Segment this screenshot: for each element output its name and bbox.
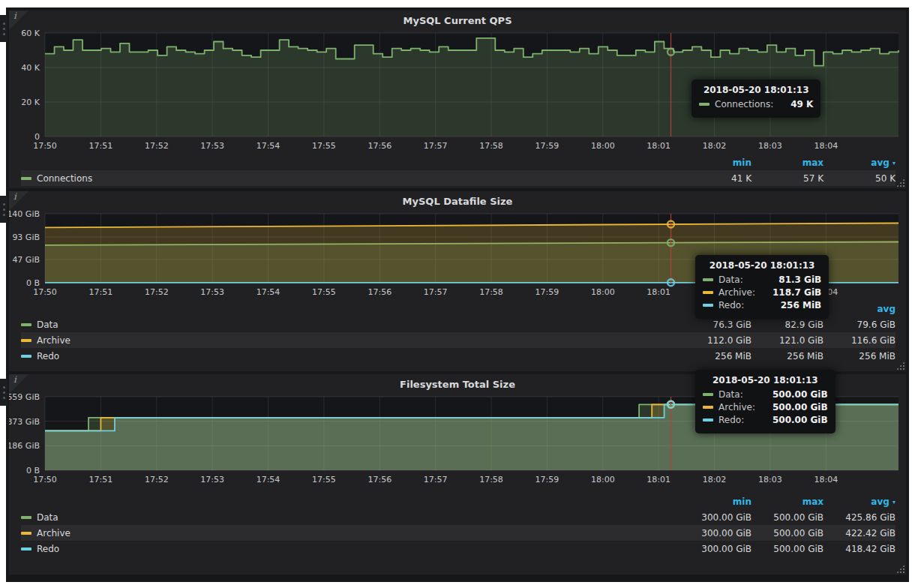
svg-text:17:56: 17:56 — [368, 287, 392, 297]
svg-text:18:03: 18:03 — [758, 141, 782, 151]
svg-text:17:57: 17:57 — [424, 475, 448, 484]
legend-sort-min[interactable]: min — [680, 304, 752, 314]
svg-text:17:56: 17:56 — [368, 141, 392, 151]
svg-text:559 GiB: 559 GiB — [9, 392, 40, 402]
panel-mysql-datafile-size: MySQL Datafile Size 0 B47 GiB93 GiB140 G… — [9, 191, 906, 371]
panel-title-filesystem[interactable]: Filesystem Total Size — [9, 374, 906, 392]
legend-stat-value: 79.6 GiB — [824, 320, 896, 330]
svg-text:17:51: 17:51 — [89, 141, 113, 151]
legend-sort-avg[interactable]: avg ▾ — [824, 496, 896, 507]
legend-stat-value: 500.00 GiB — [752, 528, 824, 538]
svg-text:17:58: 17:58 — [479, 141, 503, 151]
legend-sort-min[interactable]: min — [680, 158, 752, 168]
filesystem-legend: minmaxavg ▾Data300.00 GiB500.00 GiB425.8… — [9, 494, 906, 556]
svg-text:17:51: 17:51 — [89, 475, 113, 484]
svg-text:60 K: 60 K — [21, 28, 40, 38]
svg-text:186 GiB: 186 GiB — [9, 441, 40, 451]
legend-series-toggle[interactable]: Data — [21, 320, 680, 330]
datafile-chart[interactable]: 0 B47 GiB93 GiB140 GiB17:5017:5117:5217:… — [9, 209, 906, 299]
legend-stat-value: 41 K — [680, 173, 752, 184]
svg-text:18:00: 18:00 — [591, 287, 615, 297]
legend-header-row: minmaxavg ▾ — [21, 154, 896, 170]
legend-header-row: minmaxavg — [21, 301, 896, 316]
svg-text:17:52: 17:52 — [145, 141, 169, 151]
svg-text:373 GiB: 373 GiB — [9, 417, 40, 427]
svg-text:17:55: 17:55 — [312, 141, 336, 151]
legend-stat-value: 425.86 GiB — [824, 512, 896, 523]
svg-text:17:57: 17:57 — [424, 287, 448, 297]
panel-drag-handle-icon[interactable] — [0, 379, 8, 406]
datafile-legend: minmaxavgData76.3 GiB82.9 GiB79.6 GiBArc… — [9, 301, 906, 364]
svg-text:17:52: 17:52 — [145, 475, 169, 484]
svg-text:17:54: 17:54 — [256, 141, 280, 151]
panel-filesystem-total-size: Filesystem Total Size 0 B186 GiB373 GiB5… — [9, 374, 906, 574]
series-color-dash-icon — [21, 177, 32, 180]
panel-title-qps[interactable]: MySQL Current QPS — [9, 10, 906, 28]
legend-sort-max[interactable]: max — [752, 496, 824, 507]
svg-text:20 K: 20 K — [21, 98, 40, 107]
filesystem-chart[interactable]: 0 B186 GiB373 GiB559 GiB17:5017:5117:521… — [9, 392, 906, 487]
legend-series-toggle[interactable]: Data — [21, 512, 680, 523]
svg-text:17:59: 17:59 — [536, 287, 560, 297]
legend-sort-max[interactable]: max — [752, 304, 824, 314]
panel-resize-handle-icon[interactable] — [896, 565, 904, 573]
legend-stat-value: 500.00 GiB — [752, 512, 824, 523]
legend-stat-value: 300.00 GiB — [680, 512, 752, 523]
legend-series-toggle[interactable]: Archive — [21, 335, 680, 346]
legend-sort-max[interactable]: max — [752, 158, 824, 168]
svg-text:18:04: 18:04 — [814, 475, 838, 484]
legend-sort-min[interactable]: min — [680, 496, 752, 507]
svg-text:18:01: 18:01 — [646, 475, 670, 484]
panel-drag-handle-icon[interactable] — [0, 15, 8, 42]
svg-text:18:04: 18:04 — [814, 141, 838, 151]
series-color-dash-icon — [21, 355, 32, 358]
legend-series-toggle[interactable]: Connections — [21, 173, 680, 184]
legend-stat-value: 82.9 GiB — [752, 320, 824, 330]
panel-drag-handle-icon[interactable] — [0, 196, 8, 223]
legend-stat-value: 76.3 GiB — [680, 320, 752, 330]
legend-series-toggle[interactable]: Archive — [21, 528, 680, 538]
svg-text:17:58: 17:58 — [479, 287, 503, 297]
legend-stat-value: 500.00 GiB — [752, 544, 824, 554]
chevron-down-icon: ▾ — [892, 160, 896, 166]
legend-series-toggle[interactable]: Redo — [21, 544, 680, 554]
svg-text:18:03: 18:03 — [758, 287, 782, 297]
qps-chart[interactable]: 020 K40 K60 K17:5017:5117:5217:5317:5417… — [9, 28, 906, 153]
svg-text:17:53: 17:53 — [200, 287, 224, 297]
series-color-dash-icon — [21, 532, 32, 535]
legend-stat-value: 418.42 GiB — [824, 544, 896, 554]
svg-text:17:55: 17:55 — [312, 287, 336, 297]
panel-title-datafile[interactable]: MySQL Datafile Size — [9, 191, 906, 209]
legend-stat-value: 256 MiB — [680, 351, 752, 362]
legend-row: Archive112.0 GiB121.0 GiB116.6 GiB — [21, 332, 896, 348]
svg-text:18:00: 18:00 — [591, 141, 615, 151]
svg-text:17:52: 17:52 — [145, 287, 169, 297]
svg-text:17:51: 17:51 — [89, 287, 113, 297]
legend-row: Connections41 K57 K50 K — [21, 170, 896, 186]
svg-text:17:56: 17:56 — [368, 475, 392, 484]
legend-sort-avg[interactable]: avg ▾ — [824, 158, 896, 168]
legend-sort-avg[interactable]: avg — [824, 304, 896, 314]
series-color-dash-icon — [21, 516, 32, 519]
legend-series-toggle[interactable]: Redo — [21, 351, 680, 362]
legend-stat-value: 300.00 GiB — [680, 544, 752, 554]
svg-text:17:54: 17:54 — [256, 287, 280, 297]
legend-stat-value: 50 K — [824, 173, 896, 184]
svg-text:18:02: 18:02 — [703, 475, 727, 484]
series-color-dash-icon — [21, 548, 32, 550]
svg-text:47 GiB: 47 GiB — [12, 255, 40, 265]
legend-stat-value: 121.0 GiB — [752, 335, 824, 346]
svg-text:17:58: 17:58 — [479, 475, 503, 484]
legend-stat-value: 112.0 GiB — [680, 335, 752, 346]
legend-stat-value: 300.00 GiB — [680, 528, 752, 538]
svg-text:17:53: 17:53 — [200, 475, 224, 484]
svg-text:40 K: 40 K — [21, 63, 40, 73]
svg-text:18:03: 18:03 — [758, 475, 782, 484]
svg-text:18:01: 18:01 — [646, 141, 670, 151]
svg-text:17:53: 17:53 — [200, 141, 224, 151]
svg-text:18:01: 18:01 — [646, 287, 670, 297]
legend-row: Redo300.00 GiB500.00 GiB418.42 GiB — [21, 541, 896, 556]
svg-text:17:55: 17:55 — [312, 475, 336, 484]
series-color-dash-icon — [21, 323, 32, 326]
legend-row: Archive300.00 GiB500.00 GiB422.42 GiB — [21, 525, 896, 541]
